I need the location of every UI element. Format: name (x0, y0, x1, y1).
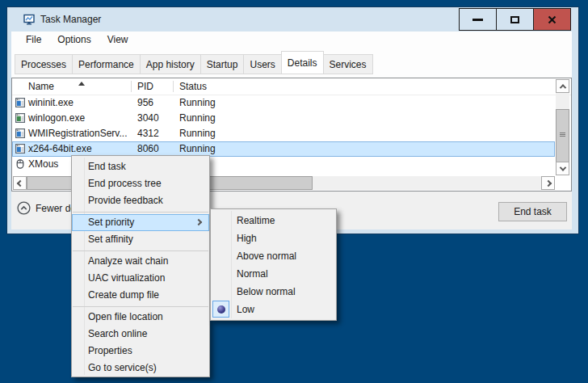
tab-processes[interactable]: Processes (15, 54, 73, 74)
submenu-arrow-icon (195, 219, 202, 225)
menu-bar: File Options View (18, 32, 136, 48)
column-header-pid[interactable]: PID (137, 78, 153, 95)
chevron-left-icon (16, 179, 23, 186)
column-header-status[interactable]: Status (179, 78, 207, 95)
menu-item-search-online[interactable]: Search online (72, 326, 209, 343)
tab-performance[interactable]: Performance (72, 54, 141, 74)
list-header: Name PID Status (12, 78, 571, 95)
menu-options[interactable]: Options (49, 32, 99, 48)
submenu-item-high[interactable]: High (211, 229, 336, 247)
window-controls (460, 8, 571, 31)
scroll-right-button[interactable] (541, 176, 555, 190)
radio-selected-box (212, 301, 229, 318)
tab-details[interactable]: Details (281, 51, 324, 74)
tab-app-history[interactable]: App history (140, 54, 201, 74)
submenu-item-below-normal[interactable]: Below normal (211, 283, 336, 301)
chevron-right-icon (544, 179, 551, 186)
process-name: XMous (28, 157, 58, 172)
scroll-left-button[interactable] (13, 176, 27, 190)
scroll-up-button[interactable] (556, 79, 569, 93)
app-window-icon (15, 128, 25, 138)
tab-strip: Processes Performance App history Startu… (15, 49, 372, 74)
mouse-icon (15, 159, 25, 169)
close-button[interactable] (533, 8, 571, 31)
table-row[interactable]: winlogon.exe 3040 Running (12, 111, 555, 126)
tab-startup[interactable]: Startup (200, 54, 245, 74)
radio-bullet-icon (217, 305, 225, 314)
submenu-item-realtime[interactable]: Realtime (211, 212, 336, 229)
set-priority-submenu: Realtime High Above normal Normal Below … (210, 208, 337, 321)
set-priority-label: Set priority (88, 217, 134, 228)
chevron-up-icon (559, 84, 565, 90)
menu-item-set-priority[interactable]: Set priority (72, 214, 209, 231)
column-header-name[interactable]: Name (28, 78, 54, 95)
window-title: Task Manager (40, 7, 101, 32)
menu-item-open-file-location[interactable]: Open file location (72, 309, 209, 326)
process-pid: 4312 (137, 126, 159, 141)
process-status: Running (179, 111, 216, 126)
close-icon (548, 15, 556, 24)
submenu-item-normal[interactable]: Normal (211, 265, 336, 283)
tab-users[interactable]: Users (243, 54, 281, 74)
menu-item-analyze-wait-chain[interactable]: Analyze wait chain (72, 253, 209, 270)
process-name: wininit.exe (28, 95, 74, 111)
task-manager-icon (23, 13, 36, 26)
column-divider[interactable] (131, 81, 132, 92)
collapse-circle-icon (17, 201, 31, 215)
tab-services[interactable]: Services (323, 54, 373, 74)
minimize-icon (472, 19, 483, 21)
chevron-down-icon (559, 164, 565, 170)
process-status: Running (179, 95, 216, 111)
process-name: WMIRegistrationServ... (28, 126, 127, 141)
process-pid: 3040 (137, 111, 159, 126)
end-task-button[interactable]: End task (498, 202, 567, 221)
low-label: Low (237, 304, 254, 315)
desktop: { "window": { "title": "Task Manager" },… (0, 0, 588, 383)
vertical-scroll-thumb[interactable] (556, 109, 569, 163)
menu-item-end-process-tree[interactable]: End process tree (72, 175, 209, 192)
context-menu: End task End process tree Provide feedba… (71, 155, 210, 377)
menu-view[interactable]: View (99, 32, 136, 48)
app-window-icon (15, 98, 25, 107)
table-row[interactable]: wininit.exe 956 Running (12, 95, 555, 111)
thumb-grip-icon (560, 133, 565, 137)
process-name: winlogon.exe (28, 111, 85, 126)
table-row[interactable]: WMIRegistrationServ... 4312 Running (12, 126, 555, 141)
menu-item-go-to-services[interactable]: Go to service(s) (72, 360, 209, 377)
submenu-item-low[interactable]: Low (211, 301, 336, 318)
menu-item-provide-feedback[interactable]: Provide feedback (72, 192, 209, 209)
menu-item-create-dump-file[interactable]: Create dump file (72, 287, 209, 304)
column-divider[interactable] (173, 81, 174, 92)
app-window-icon (15, 144, 25, 154)
scroll-down-button[interactable] (556, 162, 569, 175)
maximize-button[interactable] (496, 8, 534, 31)
sort-ascending-icon (78, 82, 85, 86)
minimize-button[interactable] (459, 8, 497, 31)
menu-item-properties[interactable]: Properties (72, 343, 209, 360)
menu-item-set-affinity[interactable]: Set affinity (72, 231, 209, 248)
process-status: Running (179, 126, 216, 141)
process-pid: 956 (137, 95, 153, 111)
app-window-icon (15, 113, 25, 123)
menu-item-uac-virtualization[interactable]: UAC virtualization (72, 270, 209, 287)
menu-file[interactable]: File (18, 32, 49, 48)
vertical-scrollbar[interactable] (556, 79, 569, 175)
maximize-icon (510, 16, 519, 23)
submenu-item-above-normal[interactable]: Above normal (211, 247, 336, 265)
menu-item-end-task[interactable]: End task (72, 158, 209, 175)
